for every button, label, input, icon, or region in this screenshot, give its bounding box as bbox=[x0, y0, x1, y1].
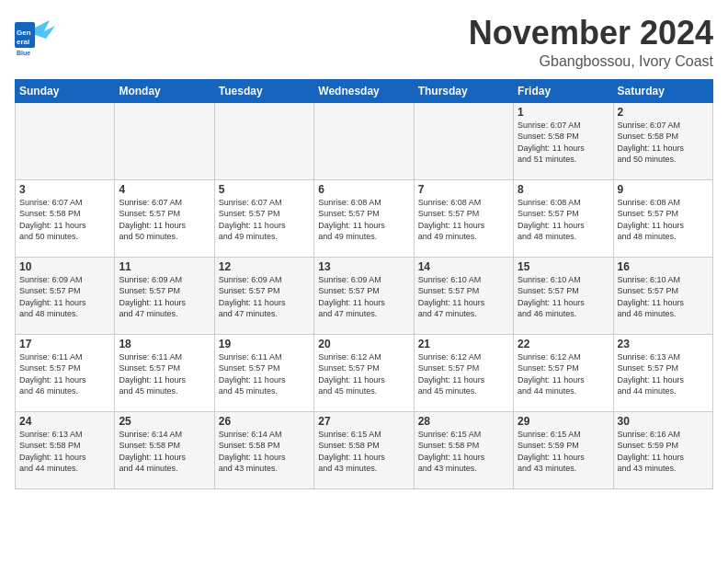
calendar-cell: 26Sunrise: 6:14 AM Sunset: 5:58 PM Dayli… bbox=[214, 411, 313, 488]
day-info: Sunrise: 6:12 AM Sunset: 5:57 PM Dayligh… bbox=[518, 351, 609, 397]
weekday-header-row: SundayMondayTuesdayWednesdayThursdayFrid… bbox=[16, 79, 713, 102]
calendar-week-row: 10Sunrise: 6:09 AM Sunset: 5:57 PM Dayli… bbox=[16, 257, 713, 334]
day-info: Sunrise: 6:07 AM Sunset: 5:58 PM Dayligh… bbox=[618, 120, 709, 166]
calendar-cell: 11Sunrise: 6:09 AM Sunset: 5:57 PM Dayli… bbox=[115, 257, 214, 334]
calendar-cell: 15Sunrise: 6:10 AM Sunset: 5:57 PM Dayli… bbox=[514, 257, 613, 334]
day-number: 6 bbox=[318, 183, 409, 196]
day-number: 11 bbox=[119, 260, 210, 273]
day-info: Sunrise: 6:13 AM Sunset: 5:57 PM Dayligh… bbox=[618, 351, 709, 397]
day-number: 3 bbox=[19, 183, 110, 196]
day-info: Sunrise: 6:08 AM Sunset: 5:57 PM Dayligh… bbox=[518, 197, 609, 243]
calendar-cell bbox=[16, 102, 115, 179]
day-info: Sunrise: 6:08 AM Sunset: 5:57 PM Dayligh… bbox=[418, 197, 509, 243]
day-number: 7 bbox=[418, 183, 509, 196]
calendar-cell: 10Sunrise: 6:09 AM Sunset: 5:57 PM Dayli… bbox=[16, 257, 115, 334]
calendar-cell: 3Sunrise: 6:07 AM Sunset: 5:58 PM Daylig… bbox=[16, 179, 115, 257]
day-info: Sunrise: 6:11 AM Sunset: 5:57 PM Dayligh… bbox=[19, 351, 110, 397]
day-number: 5 bbox=[219, 183, 310, 196]
day-number: 23 bbox=[618, 338, 709, 350]
day-info: Sunrise: 6:10 AM Sunset: 5:57 PM Dayligh… bbox=[618, 274, 709, 320]
day-info: Sunrise: 6:10 AM Sunset: 5:57 PM Dayligh… bbox=[518, 274, 609, 320]
day-number: 2 bbox=[618, 106, 709, 119]
calendar-cell: 30Sunrise: 6:16 AM Sunset: 5:59 PM Dayli… bbox=[613, 411, 712, 488]
day-number: 28 bbox=[418, 415, 509, 428]
calendar-cell: 14Sunrise: 6:10 AM Sunset: 5:57 PM Dayli… bbox=[414, 257, 513, 334]
calendar-cell: 13Sunrise: 6:09 AM Sunset: 5:57 PM Dayli… bbox=[314, 257, 414, 334]
calendar-cell: 17Sunrise: 6:11 AM Sunset: 5:57 PM Dayli… bbox=[16, 334, 115, 411]
calendar-week-row: 24Sunrise: 6:13 AM Sunset: 5:58 PM Dayli… bbox=[16, 411, 713, 488]
calendar-cell bbox=[314, 102, 414, 179]
calendar-cell: 8Sunrise: 6:08 AM Sunset: 5:57 PM Daylig… bbox=[514, 179, 613, 257]
day-number: 8 bbox=[518, 183, 609, 196]
day-info: Sunrise: 6:09 AM Sunset: 5:57 PM Dayligh… bbox=[219, 274, 310, 320]
calendar-week-row: 1Sunrise: 6:07 AM Sunset: 5:58 PM Daylig… bbox=[16, 102, 713, 179]
calendar-week-row: 3Sunrise: 6:07 AM Sunset: 5:58 PM Daylig… bbox=[16, 179, 713, 257]
calendar-cell bbox=[414, 102, 513, 179]
day-number: 22 bbox=[518, 338, 609, 350]
day-number: 10 bbox=[19, 260, 110, 273]
calendar-cell bbox=[214, 102, 313, 179]
calendar-cell: 5Sunrise: 6:07 AM Sunset: 5:57 PM Daylig… bbox=[214, 179, 313, 257]
day-number: 1 bbox=[518, 106, 609, 119]
day-number: 4 bbox=[119, 183, 210, 196]
day-number: 18 bbox=[119, 338, 210, 350]
svg-text:Blue: Blue bbox=[17, 50, 30, 55]
calendar-cell: 9Sunrise: 6:08 AM Sunset: 5:57 PM Daylig… bbox=[613, 179, 712, 257]
calendar-cell: 16Sunrise: 6:10 AM Sunset: 5:57 PM Dayli… bbox=[613, 257, 712, 334]
day-number: 9 bbox=[618, 183, 709, 196]
weekday-header: Tuesday bbox=[214, 79, 313, 102]
calendar-cell: 22Sunrise: 6:12 AM Sunset: 5:57 PM Dayli… bbox=[514, 334, 613, 411]
calendar-cell: 2Sunrise: 6:07 AM Sunset: 5:58 PM Daylig… bbox=[613, 102, 712, 179]
day-number: 25 bbox=[119, 415, 210, 428]
day-info: Sunrise: 6:16 AM Sunset: 5:59 PM Dayligh… bbox=[618, 429, 709, 475]
day-info: Sunrise: 6:12 AM Sunset: 5:57 PM Dayligh… bbox=[318, 351, 409, 397]
day-number: 27 bbox=[318, 415, 409, 428]
calendar-cell: 7Sunrise: 6:08 AM Sunset: 5:57 PM Daylig… bbox=[414, 179, 513, 257]
logo: Gen eral Blue bbox=[15, 15, 59, 59]
day-number: 12 bbox=[219, 260, 310, 273]
svg-text:Gen: Gen bbox=[17, 29, 31, 37]
svg-marker-3 bbox=[35, 20, 55, 39]
day-number: 17 bbox=[19, 338, 110, 350]
calendar-header: Gen eral Blue November 2024 Gbangbossou,… bbox=[15, 15, 713, 70]
day-info: Sunrise: 6:10 AM Sunset: 5:57 PM Dayligh… bbox=[418, 274, 509, 320]
svg-text:eral: eral bbox=[17, 38, 29, 46]
calendar-cell: 20Sunrise: 6:12 AM Sunset: 5:57 PM Dayli… bbox=[314, 334, 414, 411]
day-number: 29 bbox=[518, 415, 609, 428]
calendar-container: Gen eral Blue November 2024 Gbangbossou,… bbox=[0, 0, 728, 497]
day-number: 13 bbox=[318, 260, 409, 273]
day-info: Sunrise: 6:15 AM Sunset: 5:58 PM Dayligh… bbox=[418, 429, 509, 475]
calendar-cell bbox=[115, 102, 214, 179]
calendar-cell: 18Sunrise: 6:11 AM Sunset: 5:57 PM Dayli… bbox=[115, 334, 214, 411]
weekday-header: Saturday bbox=[613, 79, 712, 102]
weekday-header: Monday bbox=[115, 79, 214, 102]
calendar-week-row: 17Sunrise: 6:11 AM Sunset: 5:57 PM Dayli… bbox=[16, 334, 713, 411]
calendar-table: SundayMondayTuesdayWednesdayThursdayFrid… bbox=[15, 79, 713, 489]
calendar-cell: 4Sunrise: 6:07 AM Sunset: 5:57 PM Daylig… bbox=[115, 179, 214, 257]
day-info: Sunrise: 6:13 AM Sunset: 5:58 PM Dayligh… bbox=[19, 429, 110, 475]
calendar-cell: 29Sunrise: 6:15 AM Sunset: 5:59 PM Dayli… bbox=[514, 411, 613, 488]
weekday-header: Thursday bbox=[414, 79, 513, 102]
calendar-cell: 27Sunrise: 6:15 AM Sunset: 5:58 PM Dayli… bbox=[314, 411, 414, 488]
day-info: Sunrise: 6:08 AM Sunset: 5:57 PM Dayligh… bbox=[618, 197, 709, 243]
day-number: 19 bbox=[219, 338, 310, 350]
day-info: Sunrise: 6:12 AM Sunset: 5:57 PM Dayligh… bbox=[418, 351, 509, 397]
day-number: 30 bbox=[618, 415, 709, 428]
calendar-cell: 21Sunrise: 6:12 AM Sunset: 5:57 PM Dayli… bbox=[414, 334, 513, 411]
day-number: 14 bbox=[418, 260, 509, 273]
day-info: Sunrise: 6:07 AM Sunset: 5:58 PM Dayligh… bbox=[19, 197, 110, 243]
month-title: November 2024 bbox=[469, 15, 713, 52]
day-info: Sunrise: 6:11 AM Sunset: 5:57 PM Dayligh… bbox=[219, 351, 310, 397]
day-info: Sunrise: 6:09 AM Sunset: 5:57 PM Dayligh… bbox=[19, 274, 110, 320]
weekday-header: Friday bbox=[514, 79, 613, 102]
day-info: Sunrise: 6:14 AM Sunset: 5:58 PM Dayligh… bbox=[219, 429, 310, 475]
location-title: Gbangbossou, Ivory Coast bbox=[469, 53, 713, 70]
title-block: November 2024 Gbangbossou, Ivory Coast bbox=[469, 15, 713, 70]
day-number: 16 bbox=[618, 260, 709, 273]
day-number: 24 bbox=[19, 415, 110, 428]
day-info: Sunrise: 6:08 AM Sunset: 5:57 PM Dayligh… bbox=[318, 197, 409, 243]
calendar-cell: 23Sunrise: 6:13 AM Sunset: 5:57 PM Dayli… bbox=[613, 334, 712, 411]
day-info: Sunrise: 6:15 AM Sunset: 5:58 PM Dayligh… bbox=[318, 429, 409, 475]
calendar-cell: 12Sunrise: 6:09 AM Sunset: 5:57 PM Dayli… bbox=[214, 257, 313, 334]
day-info: Sunrise: 6:11 AM Sunset: 5:57 PM Dayligh… bbox=[119, 351, 210, 397]
